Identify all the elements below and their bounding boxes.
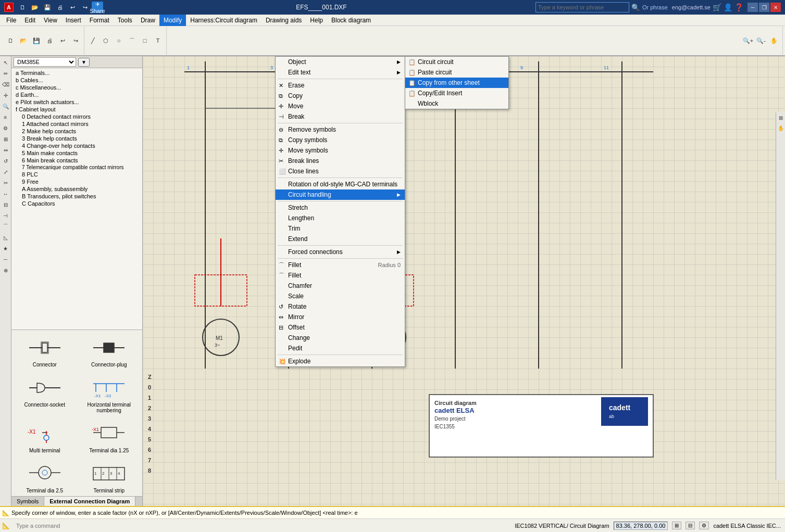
- lt-layer[interactable]: ≡: [1, 112, 11, 122]
- close-button[interactable]: ✕: [770, 3, 781, 12]
- symbol-terminal-strip[interactable]: 1 2 3 4 Terminal strip: [78, 458, 141, 496]
- menu-insert[interactable]: Insert: [61, 15, 85, 26]
- tree-item-6[interactable]: 6 Main break contacts: [11, 157, 142, 164]
- menu-circuit-handling[interactable]: Circuit handling: [276, 189, 405, 200]
- lt-break[interactable]: ⊣: [1, 210, 11, 221]
- lt-symbol[interactable]: ★: [1, 243, 11, 254]
- panel-dropdown[interactable]: DM385E: [14, 57, 76, 67]
- lt-mirror[interactable]: ⇔: [1, 145, 11, 155]
- lt-chamfer[interactable]: ◺: [1, 232, 11, 243]
- ribbon-line[interactable]: ╱: [86, 34, 99, 47]
- symbol-terminal-1-25[interactable]: -X1 Terminal dia 1.25: [78, 418, 141, 456]
- tree-item-b[interactable]: B Transducers, pilot switches: [11, 193, 142, 200]
- menu-break-lines[interactable]: ✂ Break lines: [276, 156, 405, 166]
- ribbon-zoom-out[interactable]: 🔍-: [755, 34, 767, 47]
- ribbon-print[interactable]: 🖨: [43, 34, 56, 47]
- ribbon-new[interactable]: 🗋: [4, 34, 17, 47]
- menu-move[interactable]: ✛ Move: [276, 101, 405, 111]
- menu-explode[interactable]: 💥 Explode: [276, 356, 405, 366]
- ribbon-pan[interactable]: ✋: [768, 34, 780, 47]
- menu-break[interactable]: ⊣ Break: [276, 111, 405, 122]
- menu-mirror[interactable]: ⇔ Mirror: [276, 312, 405, 322]
- cart-icon[interactable]: 🛒: [713, 3, 721, 11]
- menu-file[interactable]: File: [2, 15, 20, 26]
- tree-item-5[interactable]: 5 Main make contacts: [11, 149, 142, 157]
- menu-copy-circuit[interactable]: 📋 Circuit circuit: [405, 57, 508, 67]
- tree-item-terminals[interactable]: a Terminals...: [11, 69, 142, 77]
- symbol-multi-terminal[interactable]: -X1 Multi terminal: [14, 418, 76, 456]
- panel-expand[interactable]: ▼: [78, 58, 90, 67]
- menu-move-symbols[interactable]: ✛ Move symbols: [276, 145, 405, 156]
- menu-extend[interactable]: Extend: [276, 234, 405, 244]
- ribbon-redo[interactable]: ↪: [69, 34, 82, 47]
- menu-harness[interactable]: Harness:Circuit diagram: [186, 15, 261, 26]
- tab-symbols[interactable]: Symbols: [11, 497, 44, 506]
- ribbon-open[interactable]: 📂: [17, 34, 30, 47]
- snap-toggle[interactable]: ⊟: [686, 522, 695, 529]
- menu-remove-symbols[interactable]: ⊖ Remove symbols: [276, 124, 405, 135]
- lt-zoom[interactable]: 🔍: [1, 101, 11, 111]
- menu-change[interactable]: Change: [276, 333, 405, 343]
- lt-scale[interactable]: ⤢: [1, 167, 11, 177]
- tree-item-pilot[interactable]: e Pilot switch actuators...: [11, 98, 142, 106]
- qa-save[interactable]: 💾: [42, 2, 53, 13]
- menu-rotation[interactable]: Rotation of old-style MG-CAD terminals: [276, 179, 405, 189]
- symbol-connector-plug[interactable]: Connector-plug: [78, 332, 141, 370]
- rt-pan[interactable]: ✋: [776, 123, 785, 133]
- tree-item-cables[interactable]: b Cables...: [11, 77, 142, 84]
- lt-draw[interactable]: ✏: [1, 68, 11, 79]
- restore-button[interactable]: ❐: [759, 3, 769, 12]
- menu-fillet-radius[interactable]: ⌒ Fillet Radius 0: [276, 260, 405, 270]
- symbol-connector-socket[interactable]: Connector-socket: [14, 372, 76, 416]
- menu-view[interactable]: View: [40, 15, 61, 26]
- qa-redo[interactable]: ↪: [79, 2, 91, 13]
- help-icon[interactable]: ❓: [734, 3, 743, 11]
- lt-extend[interactable]: ↔: [1, 188, 11, 199]
- qa-share[interactable]: ✈ Share: [92, 2, 103, 13]
- symbol-terminal-numbering[interactable]: -X1 -X2 Horizontal terminal numbering: [78, 372, 141, 416]
- lt-move[interactable]: ✛: [1, 90, 11, 100]
- menu-edit[interactable]: Edit: [20, 15, 40, 26]
- menu-paste-circuit[interactable]: 📋 Paste circuit: [405, 67, 508, 78]
- qa-undo[interactable]: ↩: [67, 2, 78, 13]
- lt-trim[interactable]: ✂: [1, 178, 11, 188]
- ribbon-rect[interactable]: □: [139, 34, 151, 47]
- tree-item-3[interactable]: 3 Break help contacts: [11, 135, 142, 142]
- settings-icon[interactable]: ⚙: [699, 522, 709, 529]
- menu-forced-connections[interactable]: Forced connections: [276, 247, 405, 257]
- tree-item-2[interactable]: 2 Make help contacts: [11, 128, 142, 135]
- user-icon[interactable]: 👤: [724, 3, 732, 11]
- menu-pedit[interactable]: Pedit: [276, 343, 405, 353]
- tree-item-c[interactable]: C Capacitors: [11, 200, 142, 207]
- ribbon-zoom-in[interactable]: 🔍+: [742, 34, 754, 47]
- canvas-area[interactable]: M1 3~ M1 3~ M1 3~ 1 3 5 7 9 11 Circuit d…: [143, 56, 785, 506]
- tree-item-0[interactable]: 0 Detached contact mirrors: [11, 113, 142, 120]
- menu-scale[interactable]: Scale: [276, 291, 405, 301]
- ribbon-poly[interactable]: ⬡: [99, 34, 112, 47]
- lt-rotate[interactable]: ↺: [1, 156, 11, 166]
- lt-properties[interactable]: ⚙: [1, 123, 11, 133]
- lt-wire[interactable]: ─: [1, 254, 11, 264]
- tree-item-misc[interactable]: c Miscellaneous...: [11, 84, 142, 91]
- tree-item-a[interactable]: A Assembly, subassembly: [11, 185, 142, 193]
- grid-toggle[interactable]: ⊞: [672, 522, 681, 529]
- lt-snap[interactable]: ⊞: [1, 134, 11, 144]
- qa-new[interactable]: 🗋: [17, 2, 28, 13]
- menu-stretch[interactable]: Stretch: [276, 202, 405, 213]
- menu-draw[interactable]: Draw: [136, 15, 159, 26]
- minimize-button[interactable]: ─: [747, 3, 758, 12]
- menu-lengthen[interactable]: Lengthen: [276, 213, 405, 223]
- menu-block[interactable]: Block diagram: [327, 15, 375, 26]
- menu-wblock[interactable]: Wblock: [405, 98, 508, 109]
- tree-item-1[interactable]: 1 Attached contact mirrors: [11, 120, 142, 128]
- qa-print[interactable]: 🖨: [54, 2, 66, 13]
- lt-fillet[interactable]: ⌒: [1, 221, 11, 232]
- menu-rotate[interactable]: ↺ Rotate: [276, 301, 405, 312]
- qa-open[interactable]: 📂: [29, 2, 41, 13]
- tree-item-4[interactable]: 4 Change-over help contacts: [11, 142, 142, 149]
- menu-tools[interactable]: Tools: [114, 15, 136, 26]
- ribbon-text[interactable]: T: [152, 34, 164, 47]
- ribbon-arc[interactable]: ⌒: [126, 34, 138, 47]
- search-input[interactable]: [535, 2, 629, 12]
- menu-chamfer[interactable]: Chamfer: [276, 281, 405, 291]
